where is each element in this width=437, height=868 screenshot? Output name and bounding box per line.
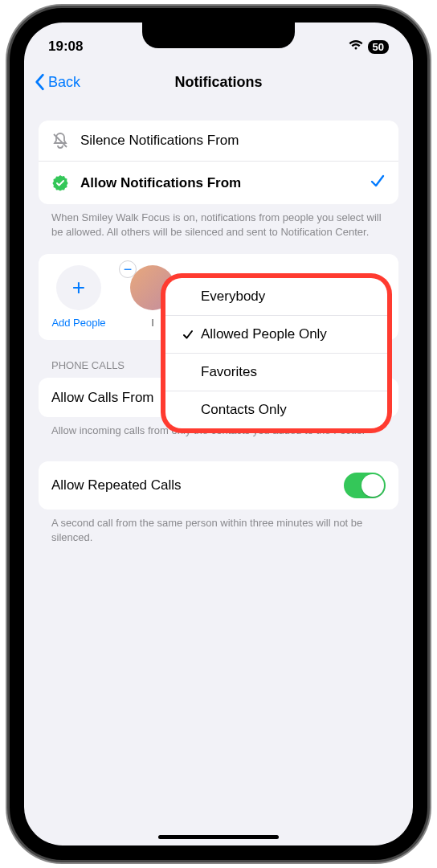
allow-mode-row[interactable]: Allow Notifications From [39, 161, 398, 204]
battery-level: 50 [368, 40, 389, 54]
person-label: I [151, 317, 154, 329]
nav-bar: Back Notifications [24, 63, 413, 101]
silence-mode-label: Silence Notifications From [80, 133, 386, 149]
popup-option-label: Contacts Only [201, 402, 287, 418]
back-button[interactable]: Back [34, 73, 80, 91]
silence-mode-row[interactable]: Silence Notifications From [39, 121, 398, 161]
repeated-calls-row: Allow Repeated Calls [39, 461, 398, 510]
checkmark-icon [370, 173, 386, 193]
add-people-label: Add People [51, 317, 105, 329]
popup-option-contacts-only[interactable]: Contacts Only [165, 391, 387, 428]
home-indicator[interactable] [158, 835, 279, 839]
plus-icon: + [56, 265, 101, 310]
allow-mode-label: Allow Notifications From [80, 175, 358, 191]
repeated-calls-label: Allow Repeated Calls [51, 477, 344, 493]
status-right: 50 [349, 39, 389, 55]
chevron-left-icon [34, 73, 45, 91]
wifi-icon [349, 39, 363, 55]
add-people-button[interactable]: + Add People [50, 265, 108, 329]
status-time: 19:08 [48, 39, 83, 55]
popup-option-favorites[interactable]: Favorites [165, 353, 387, 391]
checkmark-icon [180, 329, 196, 340]
popup-option-label: Allowed People Only [201, 326, 327, 342]
notch [142, 23, 295, 48]
repeated-calls-footer: A second call from the same person withi… [39, 510, 398, 545]
page-title: Notifications [174, 74, 262, 91]
popup-option-everybody[interactable]: Everybody [165, 278, 387, 315]
back-label: Back [48, 74, 80, 91]
repeated-calls-toggle[interactable] [344, 473, 386, 498]
checkmark-seal-icon [51, 174, 69, 192]
bell-slash-icon [51, 132, 69, 149]
popup-option-label: Favorites [201, 364, 257, 380]
popup-option-allowed-only[interactable]: Allowed People Only [165, 315, 387, 353]
popup-option-label: Everybody [201, 289, 265, 305]
modes-card: Silence Notifications From Allow Notific… [39, 121, 398, 204]
modes-footer: When Smiley Walk Focus is on, notificati… [39, 204, 398, 240]
allow-calls-popup: Everybody Allowed People Only Favorites … [165, 278, 387, 428]
